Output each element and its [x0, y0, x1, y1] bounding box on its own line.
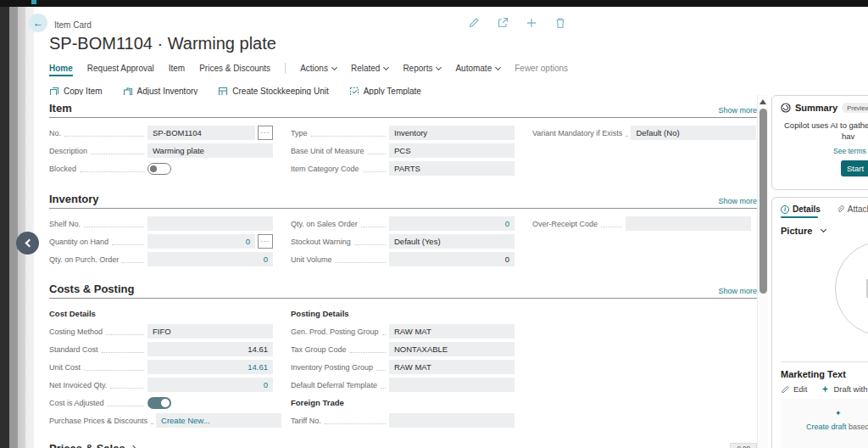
group-foreign-trade: Foreign Trade [291, 395, 515, 410]
share-icon[interactable] [497, 17, 509, 29]
quantity-on-hand-field[interactable]: 0 [147, 234, 255, 249]
no-lookup-button[interactable]: ··· [258, 126, 273, 140]
blocked-toggle[interactable] [147, 163, 171, 175]
field-item-category-code: Item Category Code PARTS [291, 161, 515, 176]
field-stockout-warning: Stockout Warning Default (Yes) [291, 234, 515, 249]
show-more-item[interactable]: Show more [718, 106, 757, 115]
qty-on-purch-order-field[interactable]: 0 [147, 252, 273, 266]
shelf-no-field[interactable] [147, 216, 273, 231]
chevron-down-icon [331, 64, 337, 70]
prices-sales-badge: 0.00 [730, 443, 757, 448]
app-top-bar [0, 0, 868, 7]
field-blocked: Blocked [49, 161, 273, 176]
copilot-sparkle-icon [821, 384, 830, 394]
unit-volume-field[interactable]: 0 [389, 252, 515, 266]
record-actions [468, 17, 566, 29]
section-costs-posting: Costs & Posting Show more Cost Details C… [49, 283, 757, 431]
over-receipt-code-field[interactable] [626, 216, 751, 231]
create-draft-link[interactable]: Create draft [806, 423, 847, 431]
field-variant-mandatory: Variant Mandatory if Exists Default (No) [532, 126, 751, 140]
picture-area[interactable] [781, 236, 868, 360]
field-gen-prod-posting-group: Gen. Prod. Posting Group RAW MAT [291, 324, 515, 339]
menu-actions[interactable]: Actions [300, 64, 337, 73]
collapse-pane-button[interactable] [16, 232, 39, 255]
draft-with-copilot-button[interactable]: Draft with Copilot [821, 384, 868, 394]
field-no: No. SP-BOM1104 ··· [49, 126, 273, 140]
gen-prod-posting-group-field[interactable]: RAW MAT [389, 324, 515, 339]
variant-mandatory-field[interactable]: Default (No) [631, 126, 756, 140]
base-unit-of-measure-field[interactable]: PCS [389, 143, 515, 158]
description-field[interactable]: Warming plate [147, 143, 273, 158]
unit-cost-field[interactable]: 14.61 [147, 360, 273, 374]
field-shelf-no: Shelf No. [49, 216, 273, 231]
edit-icon[interactable] [468, 17, 480, 29]
field-description: Description Warming plate [49, 143, 273, 158]
field-tax-group-code: Tax Group Code NONTAXABLE [291, 342, 515, 356]
scroll-up-arrow[interactable] [760, 99, 766, 104]
chevron-down-icon [383, 64, 389, 70]
cube-icon [859, 265, 868, 312]
field-costing-method: Costing Method FIFO [49, 324, 273, 339]
group-cost-details: Cost Details [49, 306, 273, 321]
menu-tab-prices-discounts[interactable]: Prices & Discounts [199, 64, 270, 73]
menu-tab-home[interactable]: Home [49, 64, 73, 73]
default-deferral-template-field[interactable] [389, 378, 515, 392]
field-default-deferral-template: Default Deferral Template [291, 378, 515, 392]
costing-method-field[interactable]: FIFO [147, 324, 273, 339]
new-icon[interactable] [526, 17, 537, 29]
scrollbar-thumb[interactable] [760, 109, 767, 294]
tax-group-code-field[interactable]: NONTAXABLE [389, 342, 515, 356]
field-quantity-on-hand: Quantity on Hand 0 ··· [49, 234, 273, 249]
prices-sales-expander[interactable]: Prices & Sales [49, 442, 136, 448]
type-field[interactable]: Inventory [389, 126, 515, 140]
chevron-down-icon [495, 64, 501, 70]
summary-card: Summary Preview Copilot uses AI to gathe… [771, 95, 868, 190]
quantity-on-hand-lookup-button[interactable]: ··· [258, 234, 273, 249]
no-field[interactable]: SP-BOM1104 [147, 126, 255, 140]
page-header: ← Item Card SP-BOM1104 · Warming plate H… [34, 7, 868, 95]
field-inventory-posting-group: Inventory Posting Group RAW MAT [291, 360, 515, 374]
tab-details[interactable]: i Details [781, 204, 821, 218]
marketing-text-title: Marketing Text [781, 369, 868, 379]
page-caption: Item Card [49, 17, 868, 34]
top-bar-accent [31, 0, 36, 4]
back-button[interactable]: ← [29, 14, 47, 32]
chevron-left-icon [25, 239, 33, 248]
show-more-inventory[interactable]: Show more [718, 197, 757, 205]
fewer-options-button[interactable]: Fewer options [515, 64, 568, 73]
stockout-warning-field[interactable]: Default (Yes) [389, 234, 515, 249]
copilot-icon [781, 103, 791, 113]
field-over-receipt-code: Over-Receipt Code [532, 216, 751, 231]
tab-attachments[interactable]: Attachments [836, 204, 868, 218]
picture-placeholder [835, 241, 868, 336]
menu-tab-request-approval[interactable]: Request Approval [87, 64, 154, 73]
show-more-costs[interactable]: Show more [718, 287, 757, 295]
marketing-edit-button[interactable]: Edit [781, 384, 807, 394]
menu-automate[interactable]: Automate [455, 64, 500, 73]
field-net-invoiced-qty: Net Invoiced Qty. 0 [49, 378, 273, 392]
menu-tab-item[interactable]: Item [169, 64, 185, 73]
menu-related[interactable]: Related [351, 64, 388, 73]
purchase-prices-discounts-link[interactable]: Create New... [156, 413, 281, 428]
menu-reports[interactable]: Reports [403, 64, 441, 73]
section-title-costs-posting: Costs & Posting [49, 283, 134, 295]
delete-icon[interactable] [554, 17, 566, 29]
summary-title: Summary [795, 103, 837, 113]
cost-is-adjusted-toggle[interactable] [147, 397, 171, 409]
field-qty-on-sales-order: Qty. on Sales Order 0 [291, 216, 515, 231]
group-posting-details: Posting Details [291, 306, 515, 321]
tariff-no-field[interactable] [389, 413, 515, 428]
chevron-down-icon [821, 227, 826, 232]
field-base-unit-of-measure: Base Unit of Measure PCS [291, 143, 515, 158]
qty-on-sales-order-field[interactable]: 0 [389, 216, 515, 231]
start-summary-button[interactable]: Start [841, 160, 868, 176]
standard-cost-field[interactable]: 14.61 [147, 342, 273, 356]
net-invoiced-qty-field[interactable]: 0 [147, 378, 273, 392]
picture-section-header[interactable]: Picture [781, 226, 868, 236]
see-terms-link[interactable]: See terms [781, 147, 868, 155]
card-divider [781, 361, 868, 362]
item-category-code-field[interactable]: PARTS [389, 161, 515, 176]
inventory-posting-group-field[interactable]: RAW MAT [389, 360, 515, 374]
vertical-scrollbar[interactable] [757, 95, 768, 448]
field-purchase-prices-discounts: Purchase Prices & Discounts Create New..… [49, 413, 273, 428]
